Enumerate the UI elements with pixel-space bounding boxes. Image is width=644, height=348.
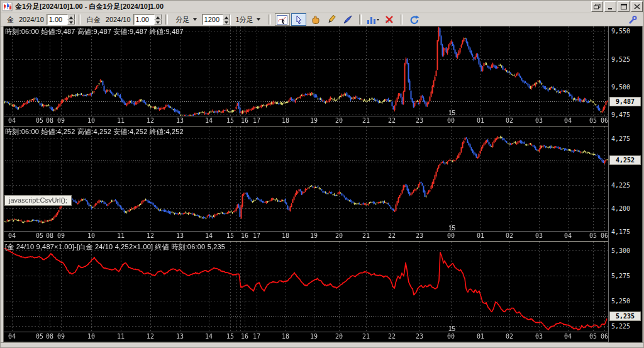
current-price-tag: 5,235 bbox=[609, 312, 641, 321]
gold-ohlc-info: 時刻:06:00 始値:9,487 高値:9,487 安値:9,487 終値:9… bbox=[5, 27, 184, 36]
time-tick-label: 20 bbox=[333, 333, 345, 340]
platinum-ohlc-info: 時刻:06:00 始値:4,252 高値:4,252 安値:4,252 終値:4… bbox=[5, 127, 184, 137]
price-tick-label: 5,300 bbox=[611, 247, 630, 254]
spread-plot-canvas[interactable] bbox=[3, 242, 608, 333]
time-tick-label: 04 bbox=[6, 232, 18, 239]
toolbar: 金 2024/10 1.00 白金 2024/10 1.00 分足 1200 1… bbox=[1, 13, 644, 26]
time-tick-label: 14 bbox=[203, 232, 215, 239]
separator bbox=[269, 14, 271, 25]
time-tick-label: 21 bbox=[360, 232, 372, 239]
price-tick-label: 9,525 bbox=[611, 56, 630, 63]
platinum-plot-canvas[interactable] bbox=[3, 126, 608, 232]
gold-multiplier-spinner[interactable] bbox=[67, 14, 75, 25]
time-tick-label: 17 bbox=[250, 117, 263, 124]
separator bbox=[79, 14, 81, 25]
period-type-dropdown[interactable]: 分足 bbox=[172, 13, 201, 26]
bar-chart-icon bbox=[367, 15, 379, 25]
platinum-multiplier-spinner[interactable] bbox=[154, 14, 162, 25]
pen-icon bbox=[343, 15, 353, 25]
select-tool-button[interactable] bbox=[291, 13, 306, 26]
platinum-multiplier-input[interactable]: 1.00 bbox=[133, 14, 162, 25]
time-tick-label: 04 bbox=[562, 333, 574, 340]
price-tick-label: 9,475 bbox=[611, 111, 630, 118]
time-tick-label: 15 bbox=[224, 117, 236, 124]
time-tick-label: 21 bbox=[360, 117, 372, 124]
time-tick-label: 17 bbox=[250, 333, 263, 340]
time-tick-label: 15 bbox=[224, 232, 236, 239]
time-tick-label: 10 bbox=[85, 333, 97, 340]
platinum-time-axis: 0405080910111213141516171819202122230001… bbox=[3, 231, 608, 242]
time-tick-label: 17 bbox=[250, 232, 263, 239]
separator bbox=[401, 14, 403, 25]
time-tick-label: 00 bbox=[445, 117, 457, 124]
chevron-down-icon bbox=[257, 18, 260, 21]
time-tick-label: 00 bbox=[445, 232, 457, 239]
chart-pointer-tool-button[interactable] bbox=[275, 13, 290, 26]
time-tick-label: 04 bbox=[562, 117, 574, 124]
time-tick-label: 04 bbox=[562, 232, 574, 239]
time-tick-label: 15 bbox=[224, 333, 236, 340]
time-tick-label: 03 bbox=[533, 232, 545, 239]
close-button[interactable] bbox=[631, 1, 643, 12]
settings-wrench-button[interactable] bbox=[625, 13, 640, 26]
time-tick-label: 05 bbox=[587, 333, 599, 340]
refresh-icon bbox=[409, 15, 419, 25]
time-tick-label: 04 bbox=[6, 333, 18, 340]
delete-chart-tool-button[interactable] bbox=[382, 13, 397, 26]
time-tick-label: 13 bbox=[174, 117, 186, 124]
interval-dropdown[interactable]: 1分足 bbox=[232, 13, 264, 26]
minimize-button[interactable] bbox=[604, 1, 616, 12]
bottom-border bbox=[1, 342, 644, 348]
gold-multiplier-input[interactable]: 1.00 bbox=[47, 14, 75, 25]
pen-tool-button[interactable] bbox=[340, 13, 355, 26]
time-tick-label: 09 bbox=[55, 333, 67, 340]
spread-time-axis: 0405080910111213141516171819202122230001… bbox=[3, 332, 608, 342]
bar-count-spinner[interactable] bbox=[223, 14, 230, 25]
price-tick-label: 4,200 bbox=[611, 205, 630, 212]
time-tick-label: 08 bbox=[43, 117, 56, 124]
time-tick-label: 14 bbox=[203, 117, 215, 124]
time-tick-label: 19 bbox=[308, 333, 320, 340]
time-tick-label: 02 bbox=[503, 232, 516, 239]
price-tick-label: 4,175 bbox=[611, 228, 630, 235]
maximize-button[interactable] bbox=[618, 1, 630, 12]
separator bbox=[165, 14, 168, 25]
time-tick-label: 18 bbox=[279, 333, 292, 340]
chart-type-tool-button[interactable] bbox=[365, 13, 380, 26]
time-tick-label: 22 bbox=[386, 232, 398, 239]
price-tick-label: 5,275 bbox=[611, 272, 630, 279]
time-tick-label: 14 bbox=[203, 333, 215, 340]
time-tick-label: 19 bbox=[308, 117, 320, 124]
bar-count-input[interactable]: 1200 bbox=[202, 14, 231, 25]
popout-button[interactable] bbox=[591, 1, 603, 12]
time-tick-label: 10 bbox=[85, 117, 97, 124]
window-title: 金1分足[2024/10]1.00 - 白金1分足[2024/10]1.00 bbox=[15, 2, 164, 11]
delete-x-icon bbox=[384, 15, 394, 25]
price-tick-label: 4,275 bbox=[611, 135, 630, 142]
pencil-icon bbox=[326, 15, 336, 25]
time-tick-label: 19 bbox=[308, 232, 320, 239]
time-tick-label: 18 bbox=[279, 232, 292, 239]
pencil-tool-button[interactable] bbox=[324, 13, 339, 26]
time-tick-label: 05 bbox=[587, 117, 599, 124]
wrench-icon bbox=[628, 15, 638, 25]
time-tick-label: 22 bbox=[386, 333, 398, 340]
time-tick-label: 20 bbox=[333, 232, 345, 239]
gold-month-label: 2024/10 bbox=[19, 16, 44, 23]
time-tick-label: 09 bbox=[55, 117, 67, 124]
time-tick-label: 09 bbox=[55, 232, 67, 239]
time-tick-label: 01 bbox=[474, 333, 487, 340]
time-tick-label: 01 bbox=[474, 117, 487, 124]
hand-tool-button[interactable] bbox=[308, 13, 323, 26]
time-tick-label: 23 bbox=[413, 333, 426, 340]
gold-price-axis: 9,5509,5259,5009,4759,487 bbox=[608, 26, 643, 126]
window-titlebar[interactable]: 金1分足[2024/10]1.00 - 白金1分足[2024/10]1.00 bbox=[1, 1, 644, 13]
platinum-month-label: 2024/10 bbox=[106, 16, 131, 23]
time-tick-label: 05 bbox=[587, 232, 599, 239]
time-tick-label: 11 bbox=[114, 232, 127, 239]
gold-plot-canvas[interactable] bbox=[3, 26, 608, 117]
price-tick-label: 9,550 bbox=[611, 28, 630, 35]
time-tick-label: 20 bbox=[333, 117, 345, 124]
csvurl-tooltip: javascript:CsvUrl(); bbox=[4, 195, 72, 206]
refresh-tool-button[interactable] bbox=[407, 13, 422, 26]
